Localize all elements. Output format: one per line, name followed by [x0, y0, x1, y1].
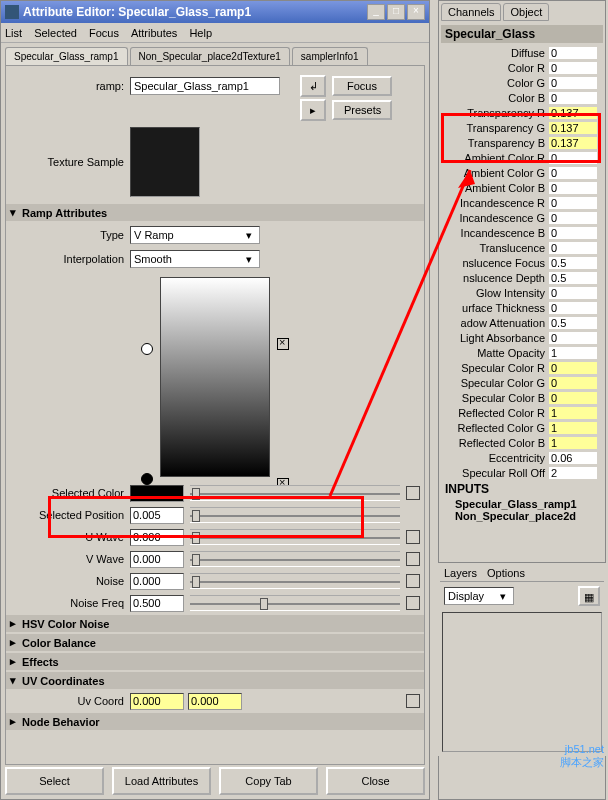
channel-row: adow Attenuation0.5 [439, 315, 605, 330]
layers-tab[interactable]: Layers [444, 567, 477, 579]
channel-value[interactable]: 0 [549, 62, 597, 74]
effects-header[interactable]: ▸Effects [6, 653, 424, 670]
channel-value[interactable]: 0.137 [549, 137, 597, 149]
channel-value[interactable]: 0.5 [549, 317, 597, 329]
uwave-slider[interactable] [190, 529, 400, 545]
interpolation-label: Interpolation [10, 253, 130, 265]
texture-sample-swatch[interactable] [130, 127, 200, 197]
object-tab[interactable]: Object [503, 3, 549, 21]
map-button[interactable] [406, 596, 420, 610]
go-output-icon[interactable]: ▸ [300, 99, 326, 121]
channel-value[interactable]: 0.06 [549, 452, 597, 464]
new-layer-icon[interactable]: ▦ [578, 586, 600, 606]
close-editor-button[interactable]: Close [326, 767, 425, 795]
channels-tab[interactable]: Channels [441, 3, 501, 21]
noise-field[interactable] [130, 573, 184, 590]
selected-position-field[interactable] [130, 507, 184, 524]
channel-label: Specular Color B [439, 392, 549, 404]
selected-color-slider[interactable] [190, 485, 400, 501]
vwave-field[interactable] [130, 551, 184, 568]
channel-value[interactable]: 0 [549, 392, 597, 404]
interpolation-dropdown[interactable]: Smooth▾ [130, 250, 260, 268]
channel-value[interactable]: 0 [549, 167, 597, 179]
uvcoord-u-field[interactable] [130, 693, 184, 710]
menu-focus[interactable]: Focus [89, 27, 119, 39]
map-button[interactable] [406, 552, 420, 566]
load-attributes-button[interactable]: Load Attributes [112, 767, 211, 795]
menu-help[interactable]: Help [189, 27, 212, 39]
ramp-gradient[interactable] [160, 277, 270, 477]
channel-value[interactable]: 0 [549, 182, 597, 194]
channel-value[interactable]: 1 [549, 347, 597, 359]
channel-node-header[interactable]: Specular_Glass [441, 25, 603, 43]
focus-button[interactable]: Focus [332, 76, 392, 96]
noisefreq-slider[interactable] [190, 595, 400, 611]
channel-value[interactable]: 0.5 [549, 272, 597, 284]
minimize-button[interactable]: _ [367, 4, 385, 20]
close-button[interactable]: × [407, 4, 425, 20]
channel-value[interactable]: 0.5 [549, 257, 597, 269]
selected-position-slider[interactable] [190, 507, 400, 523]
ramp-handle-delete-icon[interactable] [277, 338, 289, 350]
tab-ramp1[interactable]: Specular_Glass_ramp1 [5, 47, 128, 65]
channel-value[interactable]: 0 [549, 77, 597, 89]
channel-value[interactable]: 0 [549, 47, 597, 59]
hsv-noise-header[interactable]: ▸HSV Color Noise [6, 615, 424, 632]
node-behavior-header[interactable]: ▸Node Behavior [6, 713, 424, 730]
channel-value[interactable]: 0 [549, 287, 597, 299]
channel-label: Specular Roll Off [439, 467, 549, 479]
options-tab[interactable]: Options [487, 567, 525, 579]
ramp-handle-circle-bottom[interactable] [141, 473, 153, 485]
tab-sampler[interactable]: samplerInfo1 [292, 47, 368, 65]
channel-value[interactable]: 0 [549, 227, 597, 239]
channel-value[interactable]: 0 [549, 197, 597, 209]
presets-button[interactable]: Presets [332, 100, 392, 120]
channel-value[interactable]: 0 [549, 152, 597, 164]
map-button[interactable] [406, 574, 420, 588]
selected-color-swatch[interactable] [130, 485, 184, 502]
select-button[interactable]: Select [5, 767, 104, 795]
menu-selected[interactable]: Selected [34, 27, 77, 39]
channel-row: Incandescence R0 [439, 195, 605, 210]
channel-value[interactable]: 0 [549, 212, 597, 224]
menu-list[interactable]: List [5, 27, 22, 39]
type-dropdown[interactable]: V Ramp▾ [130, 226, 260, 244]
go-input-icon[interactable]: ↲ [300, 75, 326, 97]
channel-value[interactable]: 0.137 [549, 122, 597, 134]
maximize-button[interactable]: □ [387, 4, 405, 20]
uv-coordinates-header[interactable]: ▾UV Coordinates [6, 672, 424, 689]
channel-value[interactable]: 2 [549, 467, 597, 479]
uvcoord-v-field[interactable] [188, 693, 242, 710]
display-dropdown[interactable]: Display▾ [444, 587, 514, 605]
ramp-attributes-header[interactable]: ▾Ramp Attributes [6, 204, 424, 221]
channel-value[interactable]: 1 [549, 422, 597, 434]
input-node-1[interactable]: Specular_Glass_ramp1 [439, 498, 605, 510]
copy-tab-button[interactable]: Copy Tab [219, 767, 318, 795]
channel-value[interactable]: 0 [549, 377, 597, 389]
channel-value[interactable]: 0 [549, 242, 597, 254]
channel-value[interactable]: 0.137 [549, 107, 597, 119]
menubar: List Selected Focus Attributes Help [1, 23, 429, 43]
map-button[interactable] [406, 486, 420, 500]
channel-row: Incandescence G0 [439, 210, 605, 225]
channel-value[interactable]: 0 [549, 362, 597, 374]
channel-value[interactable]: 0 [549, 332, 597, 344]
channel-value[interactable]: 1 [549, 407, 597, 419]
channel-value[interactable]: 0 [549, 92, 597, 104]
color-balance-header[interactable]: ▸Color Balance [6, 634, 424, 651]
layers-list[interactable] [442, 612, 602, 752]
menu-attributes[interactable]: Attributes [131, 27, 177, 39]
channel-value[interactable]: 0 [549, 302, 597, 314]
input-node-2[interactable]: Non_Specular_place2d [439, 510, 605, 522]
noise-slider[interactable] [190, 573, 400, 589]
titlebar[interactable]: Attribute Editor: Specular_Glass_ramp1 _… [1, 1, 429, 23]
map-button[interactable] [406, 530, 420, 544]
map-button[interactable] [406, 694, 420, 708]
channel-value[interactable]: 1 [549, 437, 597, 449]
ramp-name-field[interactable] [130, 77, 280, 95]
uwave-field[interactable] [130, 529, 184, 546]
noisefreq-field[interactable] [130, 595, 184, 612]
ramp-handle-circle[interactable] [141, 343, 153, 355]
tab-place2d[interactable]: Non_Specular_place2dTexture1 [130, 47, 290, 65]
vwave-slider[interactable] [190, 551, 400, 567]
